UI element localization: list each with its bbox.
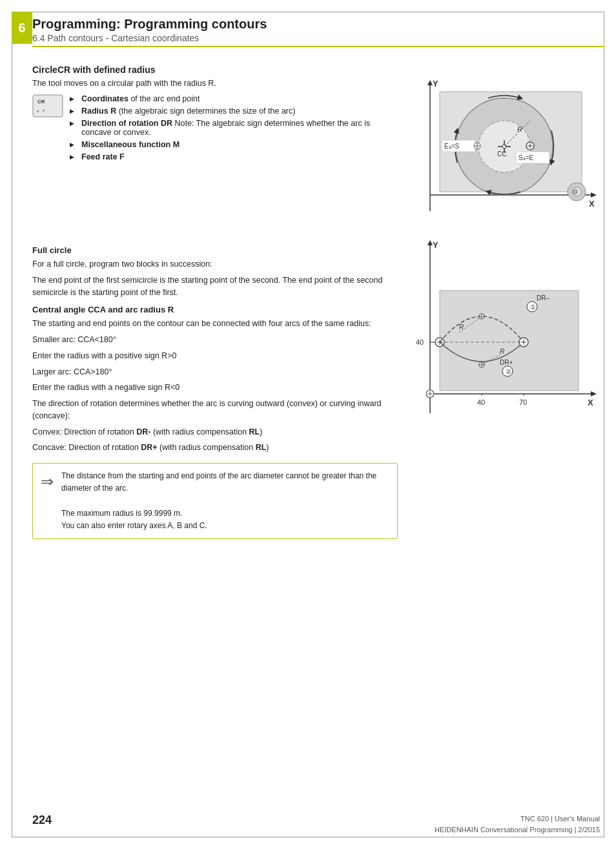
chapter-tab: 6 bbox=[12, 12, 32, 44]
upper-section: The tool moves on a circular path with t… bbox=[32, 79, 604, 226]
svg-text:①: ① bbox=[530, 303, 536, 311]
svg-text:70: 70 bbox=[519, 398, 527, 406]
rl-concave: RL bbox=[256, 443, 267, 452]
central-angle-title: Central angle CCA and arc radius R bbox=[32, 305, 398, 314]
cr-button-icon: CR ↙ ↗ bbox=[32, 94, 63, 165]
svg-text:E₁=S: E₁=S bbox=[444, 143, 460, 150]
bullet-label-coordinates: Coordinates bbox=[81, 94, 128, 103]
lower-left-content: Full circle For a full circle, program t… bbox=[32, 239, 398, 539]
svg-text:40: 40 bbox=[416, 338, 424, 346]
intro-text: The tool moves on a circular path with t… bbox=[32, 79, 398, 88]
note-line1: The distance from the starting and end p… bbox=[61, 471, 376, 493]
bullet-misc: Miscellaneous function M bbox=[70, 140, 398, 149]
central-convex: Convex: Direction of rotation DR- (with … bbox=[32, 426, 398, 438]
svg-marker-4 bbox=[427, 80, 433, 85]
svg-text:DR–: DR– bbox=[537, 294, 549, 302]
page-border-bottom bbox=[12, 837, 604, 837]
note-text-content: The distance from the starting and end p… bbox=[61, 470, 389, 532]
bullet-suffix-radius: (the algebraic sign determines the size … bbox=[119, 107, 296, 116]
central-text5: Enter the radius with a negative sign R<… bbox=[32, 382, 398, 394]
diagram1-svg: Y X bbox=[404, 79, 601, 224]
page-content: CircleCR with defined radius The tool mo… bbox=[32, 65, 604, 820]
page-border-left bbox=[12, 12, 12, 837]
svg-text:CR: CR bbox=[37, 99, 45, 105]
chapter-number: 6 bbox=[18, 21, 25, 36]
full-circle-text2: The end point of the first semicircle is… bbox=[32, 274, 398, 299]
svg-text:⚙: ⚙ bbox=[572, 188, 579, 196]
bullet-suffix-coordinates: of the arc end point bbox=[130, 94, 200, 103]
note-line3: You can also enter rotary axes A, B and … bbox=[61, 521, 207, 530]
page-subtitle: 6.4 Path contours - Cartesian coordinate… bbox=[32, 33, 604, 43]
footer-right-line2: HEIDENHAIN Conversational Programming | … bbox=[435, 824, 600, 835]
svg-text:②: ② bbox=[506, 368, 511, 375]
svg-text:X: X bbox=[589, 199, 595, 209]
bullet-coordinates: Coordinates of the arc end point bbox=[70, 94, 398, 103]
svg-text:R: R bbox=[517, 125, 522, 133]
bullet-label-feedrate: Feed rate F bbox=[81, 152, 125, 161]
page-title: Programming: Programming contours bbox=[32, 17, 604, 32]
svg-text:DR+: DR+ bbox=[500, 359, 513, 366]
dr-minus: DR- bbox=[136, 427, 150, 436]
footer-right-line1: TNC 620 | User's Manual bbox=[435, 813, 600, 824]
bullet-label-misc: Miscellaneous function M bbox=[81, 140, 180, 149]
central-text1: The starting and end points on the conto… bbox=[32, 318, 398, 330]
svg-text:Y: Y bbox=[433, 79, 438, 88]
footer-right: TNC 620 | User's Manual HEIDENHAIN Conve… bbox=[435, 813, 600, 835]
section-title: CircleCR with defined radius bbox=[32, 65, 604, 75]
page-header: Programming: Programming contours 6.4 Pa… bbox=[32, 12, 604, 47]
bullet-list: Coordinates of the arc end point Radius … bbox=[70, 94, 398, 165]
bullet-feedrate: Feed rate F bbox=[70, 152, 398, 161]
diagram2-svg: Y X 40 40 70 bbox=[404, 239, 601, 429]
full-circle-title: Full circle bbox=[32, 245, 398, 255]
svg-marker-32 bbox=[427, 240, 433, 245]
diagram1-container: Y X bbox=[404, 79, 604, 226]
central-text3: Enter the radius with a positive sign R>… bbox=[32, 350, 398, 362]
dr-plus: DR+ bbox=[141, 443, 157, 452]
lower-section: Full circle For a full circle, program t… bbox=[32, 239, 604, 539]
svg-marker-7 bbox=[591, 192, 597, 198]
svg-text:S₁=E: S₁=E bbox=[518, 154, 534, 161]
svg-text:R: R bbox=[500, 348, 504, 355]
svg-text:Y: Y bbox=[433, 240, 438, 250]
svg-text:CC: CC bbox=[497, 150, 506, 158]
bullet-label-direction: Direction of rotation DR bbox=[81, 119, 172, 128]
rl-convex: RL bbox=[249, 427, 260, 436]
bullet-label-radius: Radius R bbox=[81, 107, 116, 116]
page-number: 224 bbox=[32, 813, 52, 835]
page-footer: 224 TNC 620 | User's Manual HEIDENHAIN C… bbox=[32, 813, 600, 835]
central-text4: Larger arc: CCA>180° bbox=[32, 366, 398, 378]
svg-marker-35 bbox=[591, 391, 597, 396]
central-text6: The direction of rotation determines whe… bbox=[32, 398, 398, 422]
bullet-radius: Radius R (the algebraic sign determines … bbox=[70, 107, 398, 116]
diagram2-container: Y X 40 40 70 bbox=[404, 239, 604, 539]
svg-text:↙ ↗: ↙ ↗ bbox=[36, 108, 45, 113]
central-concave: Concave: Direction of rotation DR+ (with… bbox=[32, 442, 398, 454]
bullet-direction: Direction of rotation DR Note: The algeb… bbox=[70, 119, 398, 137]
central-text2: Smaller arc: CCA<180° bbox=[32, 334, 398, 346]
note-arrow-icon: ⇒ bbox=[41, 473, 54, 532]
left-content: The tool moves on a circular path with t… bbox=[32, 79, 398, 226]
note-box: ⇒ The distance from the starting and end… bbox=[32, 463, 398, 539]
svg-text:40: 40 bbox=[477, 398, 485, 406]
svg-text:X: X bbox=[588, 398, 593, 407]
note-line2: The maximum radius is 99.9999 m. bbox=[61, 509, 182, 518]
full-circle-text1: For a full circle, program two blocks in… bbox=[32, 258, 398, 271]
